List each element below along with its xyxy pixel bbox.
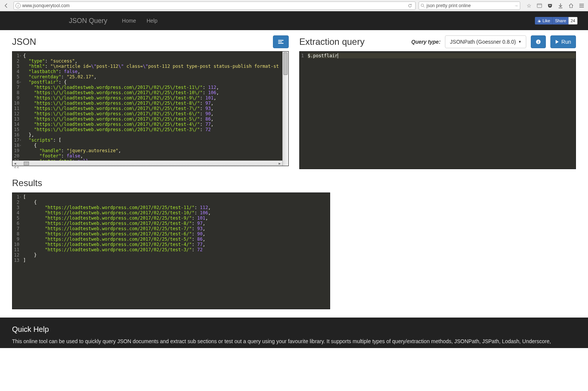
app-navbar: JSON Query Home Help Like Share 24 [0,11,588,30]
results-panel-title: Results [12,178,42,188]
fb-like-label: Like [542,18,550,23]
svg-point-0 [421,4,424,6]
back-button[interactable] [2,2,11,10]
play-icon [555,40,559,44]
json-code[interactable]: { "type": "success", "html": "\n<article… [21,52,288,166]
footer-title: Quick Help [12,325,576,334]
json-editor[interactable]: 12345678910111213141516171819202122 { "t… [12,51,289,166]
search-icon [420,3,425,8]
info-button[interactable]: i [531,35,546,48]
brand-title[interactable]: JSON Query [69,17,107,25]
pocket-icon[interactable] [545,2,555,10]
results-gutter: 12345678910111213 [12,193,21,309]
site-info-icon[interactable]: i [15,3,21,8]
query-gutter: 1 [300,52,306,169]
scrollbar-thumb[interactable] [283,52,288,75]
address-bar[interactable]: i [14,2,416,10]
query-type-selected: JSONPath (Goessner 0.8.0) [450,39,516,45]
query-code[interactable]: $.postflair [306,52,576,169]
horizontal-scrollbar[interactable]: ◀▶ [12,160,282,166]
caret-down-icon: ▼ [518,40,521,44]
home-icon[interactable] [566,2,576,10]
downloads-icon[interactable] [556,2,565,10]
search-bar[interactable]: → [419,2,520,10]
json-gutter: 12345678910111213141516171819202122 [12,52,21,166]
query-editor[interactable]: 1 $.postflair [299,51,576,169]
quick-help-footer: Quick Help This online tool can be used … [0,318,588,348]
reload-button[interactable] [406,3,414,8]
go-icon[interactable]: → [514,3,518,8]
browser-toolbar: i → ☆ [0,0,588,11]
run-button[interactable]: Run [550,35,576,48]
results-editor[interactable]: 12345678910111213 [ { "https://loadtestw… [12,192,330,309]
align-icon [278,40,284,44]
scroll-right-icon[interactable]: ▶ [277,161,282,166]
library-icon[interactable] [535,2,544,10]
query-type-dropdown[interactable]: JSONPath (Goessner 0.8.0) ▼ [445,35,526,48]
json-panel-title: JSON [12,37,36,47]
query-type-label: Query type: [411,39,441,45]
run-label: Run [561,39,571,45]
scroll-left-icon[interactable]: ◀ [12,161,18,166]
nav-home[interactable]: Home [117,18,141,24]
thumb-up-icon [537,19,541,23]
info-icon: i [536,39,541,44]
footer-text: This online tool can be used to quickly … [12,338,576,344]
fb-share-button[interactable]: Share [552,17,568,24]
fb-count: 24 [568,17,577,24]
results-code[interactable]: [ { "https://loadtestweb.wordpress.com/2… [21,193,330,309]
bookmark-star-icon[interactable]: ☆ [524,2,534,10]
query-panel-title: Extraction query [299,37,364,47]
facebook-widget[interactable]: Like Share 24 [535,17,577,24]
menu-icon[interactable] [577,2,586,10]
url-input[interactable] [22,3,405,8]
svg-text:i: i [538,40,539,44]
fb-like-button[interactable]: Like [535,17,552,24]
search-input[interactable] [427,3,513,8]
scrollbar-thumb-h[interactable] [24,162,29,165]
format-button[interactable] [273,35,289,48]
nav-help[interactable]: Help [141,18,163,24]
svg-rect-1 [537,3,542,7]
vertical-scrollbar[interactable] [282,52,288,166]
